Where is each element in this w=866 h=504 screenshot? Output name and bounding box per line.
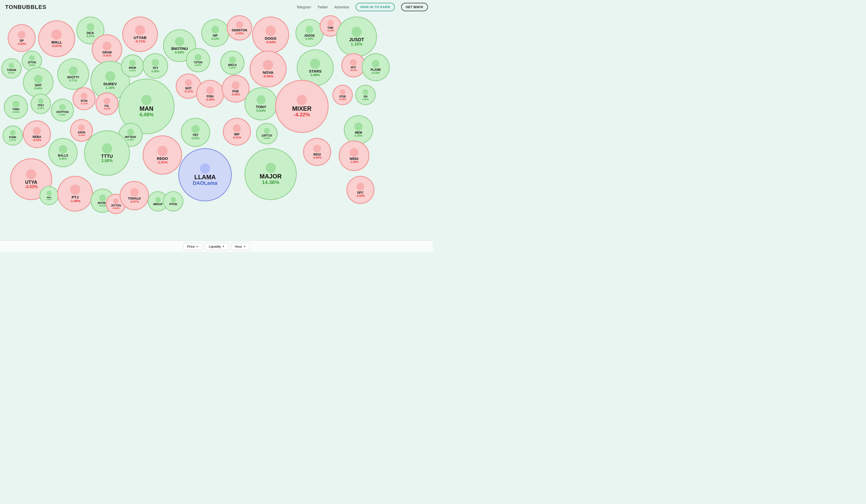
bubble-icon-tttu	[102, 143, 112, 153]
bubble-pct-balls: 0.40%	[59, 157, 67, 160]
bubble-regi[interactable]: REGI-0.60%	[303, 138, 331, 166]
bubble-pxl[interactable]: PXL-0.21%	[96, 92, 119, 115]
bubble-pct-jetton: -0.03%	[112, 207, 120, 209]
bubble-icon-booba	[99, 194, 106, 201]
bubble-pct-regi: -0.60%	[313, 156, 322, 159]
bubble-piton[interactable]: PITON	[163, 191, 184, 211]
bubble-name-plane: PLANE	[370, 68, 381, 71]
bubble-icon-wif	[233, 125, 241, 133]
bubble-dogg[interactable]: DOGG-0.64%	[252, 16, 289, 53]
bubble-punk[interactable]: PUNK0.17%	[2, 126, 23, 146]
bubble-reba[interactable]: REBA-0.52%	[23, 121, 51, 148]
bubble-icon-jetton	[113, 198, 119, 204]
bubble-name-snotinu: $NOTINU	[171, 47, 188, 50]
bubble-name-durev: DUREV	[103, 82, 117, 86]
bubble-name-balls: BALLS	[58, 154, 68, 157]
bubble-hif[interactable]: HIF0.33%	[201, 19, 229, 47]
bubble-web3[interactable]: WEB3-1.00%	[339, 140, 369, 171]
bubble-icon-spotty	[69, 67, 78, 75]
price-button[interactable]: Price ▼	[184, 243, 202, 250]
bubble-wall[interactable]: WALL-0.67%	[38, 20, 75, 57]
bubble-pct-tston: 0.03%	[195, 64, 201, 67]
bubble-utyab[interactable]: UTYAB-0.71%	[122, 16, 158, 52]
bubble-icon-major	[266, 163, 276, 173]
bubble-pct-trt: 0.81%	[191, 137, 199, 140]
header: TONBUBBLES Telegram Twitter Advertise SI…	[0, 0, 433, 14]
bubble-tpet[interactable]: TPET0.12%	[31, 94, 51, 114]
bubble-reca[interactable]: $RECA0.25%	[220, 51, 245, 75]
bubble-name-nova: NOVA	[263, 70, 273, 74]
bubble-pct-wif: -0.61%	[233, 136, 242, 139]
nav-telegram[interactable]: Telegram	[297, 5, 311, 9]
bubble-icon-piton	[170, 197, 176, 203]
bubble-pct-tft: 0.30%	[151, 70, 159, 73]
bubble-llama[interactable]: LLAMADAOLama	[178, 148, 232, 201]
bubble-icon-redo	[157, 146, 168, 156]
bubble-name-stars: STARS	[309, 69, 322, 73]
bubble-name-tsb: $TSB	[339, 95, 346, 98]
liquidity-button[interactable]: Liquidity ▼	[205, 243, 229, 250]
bubble-nova[interactable]: NOVA-0.94%	[249, 51, 287, 87]
bubble-ston[interactable]: $TON-0.17%	[73, 87, 96, 110]
bubble-name-8num: 8NUM	[129, 67, 136, 69]
bubble-mixer[interactable]: MIXER-4.22%	[275, 80, 329, 133]
bubble-pct-plane: 0.23%	[371, 71, 379, 74]
signin-button[interactable]: SIGN IN TO EARN	[356, 3, 395, 11]
bubble-name-tgram: TGRAM	[7, 69, 16, 71]
toolbar: Price ▼ Liquidity ▼ Hour ▼	[0, 241, 433, 252]
bubble-mem[interactable]: MEM0.70%	[344, 115, 373, 144]
bubble-pct-1pton: 0.04%	[29, 64, 35, 67]
bubble-major[interactable]: MAJOR14.36%	[245, 148, 297, 200]
bubble-plane[interactable]: PLANE0.23%	[362, 53, 390, 81]
bubble-name-poe: POE	[232, 90, 238, 93]
bubble-gemston[interactable]: GEMSTON-0.05%	[227, 15, 252, 41]
hour-button[interactable]: Hour ▼	[231, 243, 249, 250]
bubble-pct-wtf: -0.07%	[350, 69, 357, 71]
bubble-sp[interactable]: SP-0.83%	[8, 24, 36, 52]
bubble-tttu[interactable]: TTTU3.68%	[84, 130, 130, 176]
bubble-tsb[interactable]: $TSB-0.05%	[332, 85, 353, 105]
bubble-jdoge[interactable]: JDOGE0.39%	[296, 19, 323, 47]
bubble-redo[interactable]: REDO-2.01%	[143, 135, 182, 175]
bubble-pct-utyab: -0.71%	[135, 39, 145, 43]
bubble-shit[interactable]: SHIT0.64%	[23, 67, 54, 98]
bubble-icon-sp	[18, 31, 26, 39]
bubble-pct-llama: DAOLama	[193, 180, 218, 186]
nav-twitter[interactable]: Twitter	[318, 5, 328, 9]
bubble-tston[interactable]: TSTON0.03%	[186, 48, 210, 72]
bubble-jusdt[interactable]: JUSDT1.16%	[336, 16, 377, 57]
bubble-meh[interactable]: MEH0.00%	[40, 186, 58, 205]
bubble-tonald[interactable]: TONALD-0.67%	[120, 181, 149, 210]
bubble-pct-ston: -0.17%	[80, 102, 88, 105]
bubble-tony[interactable]: TONY0.64%	[245, 87, 278, 120]
bubble-tgram[interactable]: TGRAM0.01%	[1, 58, 22, 79]
bubble-tong[interactable]: TONG0.43%	[4, 95, 28, 119]
bubble-ptj[interactable]: PTJ-1.09%	[57, 176, 93, 211]
bubble-8num[interactable]: 8NUM0.12%	[121, 55, 144, 77]
bubble-btc25[interactable]: @BTC250.02%	[256, 123, 278, 145]
bubble-tft[interactable]: TFT0.30%	[143, 53, 168, 78]
bubble-wif[interactable]: WIF-0.61%	[223, 118, 251, 146]
bubble-gram[interactable]: GRAM-0.41%	[92, 34, 122, 65]
bubble-icon-plane	[372, 60, 380, 68]
bubble-spotty[interactable]: SPOTTY0.71%	[57, 58, 89, 90]
getdick-button[interactable]: GET $DICK	[401, 3, 428, 11]
bubble-area: SP-0.83%WALL-0.67%DICK0.27%GRAM-0.41%UTY…	[0, 14, 433, 241]
bubble-balls[interactable]: BALLS0.40%	[48, 138, 78, 167]
bubble-dfc[interactable]: DFC-0.56%	[346, 176, 375, 204]
nav-advertise[interactable]: Advertise	[334, 5, 349, 9]
bubble-gh[interactable]: GH0.40%	[355, 85, 376, 105]
bubble-trt[interactable]: TRT0.81%	[181, 118, 210, 147]
bubble-name-mittens: MITTENS	[125, 136, 136, 138]
bubble-icon-reba	[33, 127, 41, 135]
bubble-crypton[interactable]: CRYPTON0.19%	[51, 99, 74, 122]
bubble-name-dick: DICK	[87, 32, 94, 35]
bubble-pct-mittens: 0.18%	[127, 138, 134, 141]
bubble-pct-nova: -0.94%	[263, 74, 273, 78]
bubble-fish[interactable]: FISH-0.46%	[196, 80, 224, 108]
bubble-name-wall: WALL	[51, 40, 62, 44]
bubble-name-shit: SHIT	[35, 84, 42, 87]
bubble-icon-gh	[363, 89, 368, 95]
bubble-icon-time	[327, 20, 334, 26]
bubble-icon-mittens	[127, 129, 134, 136]
